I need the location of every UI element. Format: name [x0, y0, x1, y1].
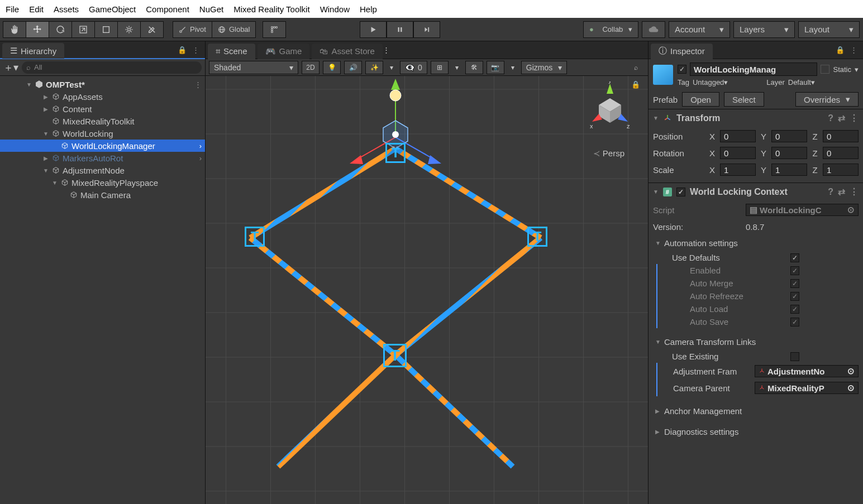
prefab-overrides-dropdown[interactable]: Overrides▾	[795, 92, 859, 107]
orientation-gizmo[interactable]: y x z	[582, 81, 638, 137]
account-dropdown[interactable]: Account▾	[669, 21, 730, 38]
game-tab[interactable]: 🎮Game	[258, 44, 310, 59]
automerge-checkbox[interactable]: ✓	[790, 279, 799, 288]
scale-tool[interactable]	[71, 21, 95, 38]
menu-help[interactable]: Help	[360, 4, 377, 14]
rotate-tool[interactable]	[49, 21, 72, 38]
component-menu-icon[interactable]: ⋮	[850, 186, 859, 197]
inspector-lock-icon[interactable]: 🔒	[836, 46, 845, 54]
preset-icon[interactable]: ⇄	[838, 186, 845, 197]
static-dropdown-icon[interactable]: ▾	[855, 65, 859, 74]
camera-toggle[interactable]: 📷	[487, 61, 504, 74]
menu-assets[interactable]: Assets	[54, 4, 79, 14]
scene-row[interactable]: ▼ OMPTest* ⋮	[0, 78, 205, 90]
hierarchy-item[interactable]: ▶ AppAssets	[0, 90, 205, 103]
fx-dropdown[interactable]: ▾	[387, 61, 397, 74]
camera-dropdown[interactable]: ▾	[508, 61, 518, 74]
adjustment-frame-field[interactable]: AdjustmentNo⊙	[755, 365, 859, 377]
2d-toggle[interactable]: 2D	[302, 61, 320, 74]
menu-file[interactable]: File	[6, 4, 19, 14]
menu-window[interactable]: Window	[320, 4, 350, 14]
inspector-tab[interactable]: ⓘInspector	[651, 44, 713, 59]
menu-component[interactable]: Component	[146, 4, 189, 14]
step-button[interactable]	[413, 21, 440, 38]
position-z[interactable]: 0	[823, 130, 859, 142]
use-existing-checkbox[interactable]: ✓	[790, 352, 799, 361]
prefab-open-button[interactable]: Open	[682, 92, 719, 107]
preset-icon[interactable]: ⇄	[838, 113, 845, 123]
menu-nuget[interactable]: NuGet	[199, 4, 223, 14]
hierarchy-search[interactable]: ⌕All	[22, 61, 202, 74]
hidden-objects[interactable]: 👁‍🗨0	[400, 61, 427, 74]
scene-tab-menu-icon[interactable]: ⋮	[383, 46, 390, 54]
autosave-checkbox[interactable]: ✓	[790, 318, 799, 327]
scale-x[interactable]: 1	[720, 164, 756, 176]
rotation-z[interactable]: 0	[823, 147, 859, 159]
scene-menu-icon[interactable]: ⋮	[194, 80, 202, 89]
hierarchy-item[interactable]: ▶ Content	[0, 103, 205, 115]
menu-mrtk[interactable]: Mixed Reality Toolkit	[233, 4, 309, 14]
hierarchy-item[interactable]: ▼ MixedRealityPlayspace	[0, 176, 205, 189]
wlc-header[interactable]: ▼ # ✓ World Locking Context ? ⇄ ⋮	[649, 183, 863, 200]
hierarchy-item[interactable]: MixedRealityToolkit	[0, 115, 205, 127]
help-icon[interactable]: ?	[828, 113, 833, 123]
scale-y[interactable]: 1	[771, 164, 807, 176]
transform-tool[interactable]	[117, 21, 141, 38]
transform-header[interactable]: ▼ Transform ? ⇄ ⋮	[649, 109, 863, 127]
rotation-y[interactable]: 0	[771, 147, 807, 159]
tab-menu-icon[interactable]: ⋮	[192, 46, 199, 54]
help-icon[interactable]: ?	[828, 187, 833, 197]
projection-label[interactable]: ≺ Persp	[593, 148, 624, 159]
scene-viewport[interactable]: T T T T y x z 🔒 ≺ Persp	[206, 76, 648, 504]
layers-dropdown[interactable]: Layers▾	[733, 21, 795, 38]
menu-gameobject[interactable]: GameObject	[89, 4, 136, 14]
cloud-button[interactable]	[642, 21, 665, 38]
menu-edit[interactable]: Edit	[29, 4, 44, 14]
hierarchy-item[interactable]: WorldLockingManager ›	[0, 140, 205, 152]
static-checkbox[interactable]	[821, 65, 829, 74]
hierarchy-tab[interactable]: ☰Hierarchy	[2, 43, 64, 59]
grid-toggle[interactable]: ⊞	[431, 61, 449, 74]
hierarchy-item[interactable]: Main Camera	[0, 189, 205, 201]
diagnostics-section[interactable]: ▶Diagnostics settings	[653, 424, 859, 440]
lighting-toggle[interactable]: 💡	[323, 61, 341, 74]
move-tool[interactable]	[26, 21, 49, 38]
scene-tab[interactable]: ⌗Scene	[208, 44, 255, 59]
collab-dropdown[interactable]: ● Collab ▾	[583, 21, 638, 38]
audio-toggle[interactable]: 🔊	[344, 61, 362, 74]
component-menu-icon[interactable]: ⋮	[850, 113, 859, 123]
position-x[interactable]: 0	[720, 130, 756, 142]
layout-dropdown[interactable]: Layout▾	[798, 21, 860, 38]
create-dropdown[interactable]: ＋▾	[3, 61, 18, 74]
camera-parent-field[interactable]: MixedRealityP⊙	[755, 382, 859, 394]
inspector-menu-icon[interactable]: ⋮	[850, 46, 857, 54]
gameobject-name-field[interactable]: WorldLockingManag	[690, 63, 817, 76]
grid-dropdown[interactable]: ▾	[452, 61, 462, 74]
global-toggle[interactable]: Global	[212, 21, 256, 38]
position-y[interactable]: 0	[771, 130, 807, 142]
shading-mode[interactable]: Shaded▾	[209, 61, 298, 74]
tools-toggle[interactable]: 🛠	[465, 61, 483, 74]
lock-icon[interactable]: 🔒	[178, 46, 187, 54]
hierarchy-item[interactable]: ▶ MarkersAutoRot ›	[0, 152, 205, 164]
snap-toggle[interactable]	[263, 21, 286, 38]
hierarchy-item[interactable]: ▼ WorldLocking	[0, 127, 205, 140]
component-enabled-checkbox[interactable]: ✓	[676, 188, 685, 196]
viewport-lock-icon[interactable]: 🔒	[631, 80, 640, 89]
rect-tool[interactable]	[94, 21, 118, 38]
fx-toggle[interactable]: ✨	[365, 61, 383, 74]
custom-tool[interactable]	[140, 21, 164, 38]
autoload-checkbox[interactable]: ✓	[790, 305, 799, 314]
pause-button[interactable]	[387, 21, 413, 38]
enabled-checkbox[interactable]: ✓	[790, 266, 799, 275]
prefab-select-button[interactable]: Select	[724, 92, 764, 107]
anchor-mgmt-section[interactable]: ▶Anchor Management	[653, 403, 859, 419]
rotation-x[interactable]: 0	[720, 147, 756, 159]
use-defaults-checkbox[interactable]: ✓	[790, 253, 799, 262]
play-button[interactable]	[360, 21, 387, 38]
camera-links-section[interactable]: ▼Camera Transform Links	[653, 334, 859, 350]
hierarchy-item[interactable]: ▼ AdjustmentNode	[0, 164, 205, 176]
asset-store-tab[interactable]: 🛍Asset Store	[312, 44, 383, 59]
active-checkbox[interactable]: ✓	[678, 65, 686, 74]
autorefreeze-checkbox[interactable]: ✓	[790, 292, 799, 301]
